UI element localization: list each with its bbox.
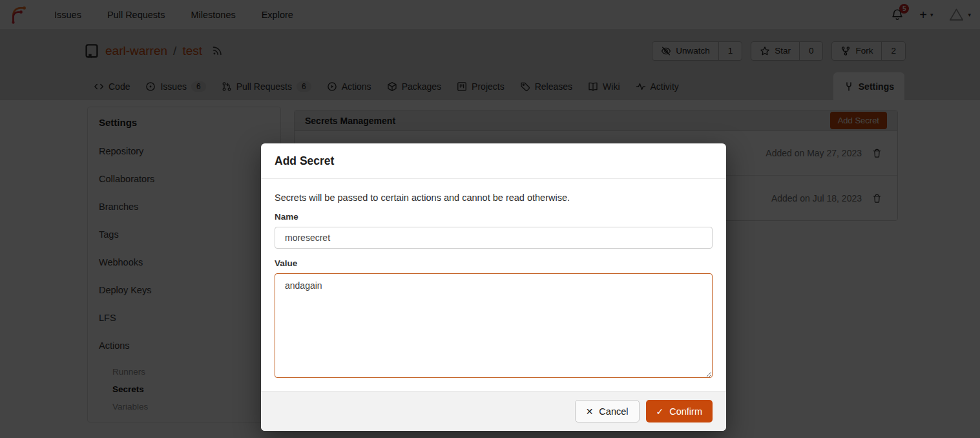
name-label: Name (275, 212, 713, 222)
modal-title: Add Secret (261, 143, 726, 179)
cancel-label: Cancel (599, 406, 628, 417)
close-icon: ✕ (586, 407, 594, 416)
cancel-button[interactable]: ✕ Cancel (575, 400, 640, 422)
add-secret-modal: Add Secret Secrets will be passed to cer… (261, 143, 726, 431)
modal-body: Secrets will be passed to certain action… (261, 179, 726, 391)
screen: Issues Pull Requests Milestones Explore … (0, 0, 980, 438)
secret-value-textarea[interactable]: andagain (275, 273, 713, 378)
secret-name-input[interactable] (275, 227, 713, 249)
name-field-group: Name (275, 212, 713, 249)
modal-footer: ✕ Cancel ✓ Confirm (261, 391, 726, 431)
confirm-label: Confirm (669, 406, 702, 417)
modal-description: Secrets will be passed to certain action… (275, 193, 713, 203)
value-field-group: Value andagain (275, 258, 713, 378)
value-label: Value (275, 258, 713, 268)
check-icon: ✓ (656, 407, 664, 416)
confirm-button[interactable]: ✓ Confirm (646, 400, 713, 422)
